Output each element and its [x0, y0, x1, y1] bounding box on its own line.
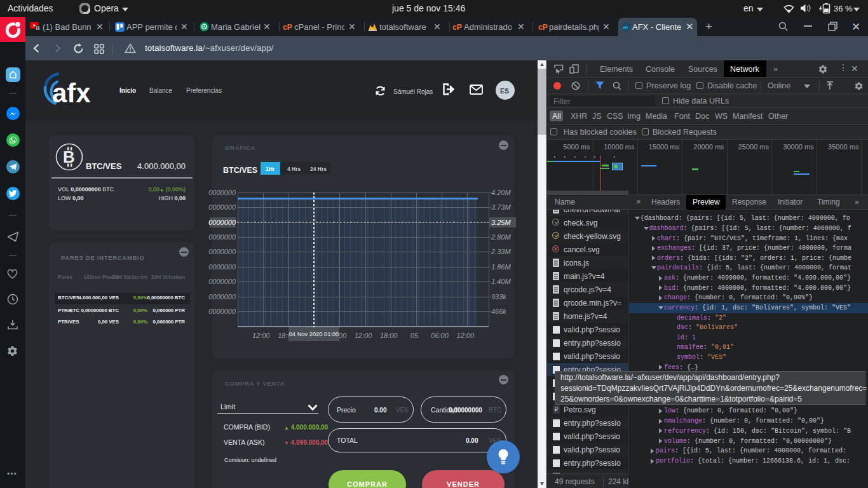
svg-text:afx: afx — [623, 25, 628, 29]
svg-text:cP: cP — [283, 23, 292, 32]
svg-text:cP: cP — [452, 23, 462, 32]
svg-text:cP: cP — [538, 23, 548, 32]
svg-text:afx: afx — [52, 78, 91, 108]
